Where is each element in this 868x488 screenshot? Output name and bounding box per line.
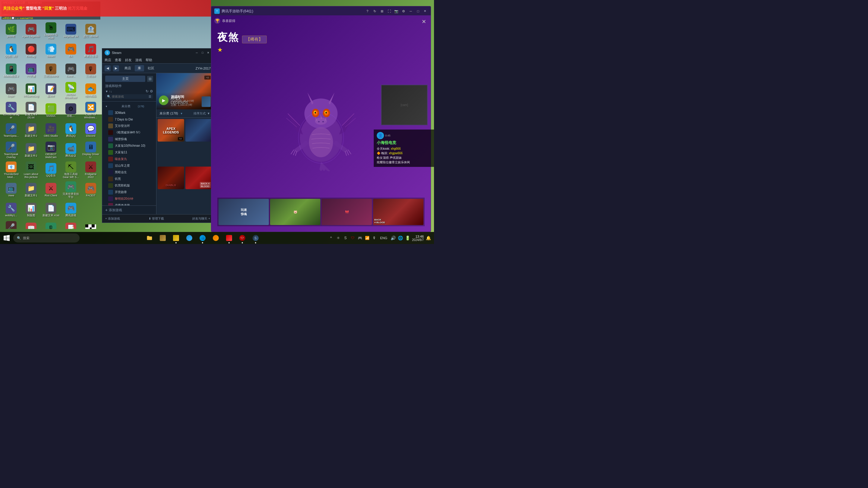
taskbar-browser1[interactable]: [183, 232, 195, 244]
steam-menu-store[interactable]: 商店: [104, 58, 111, 62]
tray-icon-1[interactable]: ⚛: [336, 235, 341, 241]
desktop-icon-newtxt4[interactable]: 📄 新建文本.4.txt: [41, 200, 61, 220]
tencent-apps-button[interactable]: ⊞: [379, 8, 385, 14]
bottom-game-1[interactable]: 玩迷惊魂: [218, 199, 269, 225]
desktop-icon-sanming2[interactable]: 🎙 三明治3: [81, 61, 100, 80]
desktop-icon-discord[interactable]: 💬 Discord: [81, 121, 100, 140]
sidebar-filter-button[interactable]: ☰: [149, 95, 151, 98]
game-item-eldenring[interactable]: 艾尔登法环: [102, 123, 156, 129]
tray-icon-volume[interactable]: 🔊: [390, 235, 396, 241]
steam-menu-games[interactable]: 游戏: [135, 58, 142, 62]
taskbar-start-button[interactable]: [0, 232, 13, 244]
tray-notification-button[interactable]: 🔔: [426, 235, 431, 241]
tray-icon-network[interactable]: 📶: [364, 235, 370, 241]
uncategorized-category[interactable]: ▼ 未分类 (178): [102, 103, 156, 109]
desktop-icon-veee[interactable]: 📺 Veee: [1, 181, 21, 200]
game-item-richman11[interactable]: 大富翁11: [102, 149, 156, 156]
steam-manage-downloads-button[interactable]: ⬇ 管理下载: [149, 217, 164, 221]
desktop-icon-sanmingzhi[interactable]: 🎙 三明治3MHz: [41, 61, 61, 80]
game-item-diablo4[interactable]: 《暗黑破坏神® IV》: [102, 129, 156, 136]
tencent-close-button[interactable]: ✕: [422, 8, 428, 13]
desktop-icon-fish[interactable]: 🐟 t鱼th精品: [81, 81, 100, 100]
tray-icon-battery[interactable]: 🔋: [405, 235, 410, 241]
steam-menu-view[interactable]: 查看: [115, 58, 121, 62]
taskbar-search-bar[interactable]: 🔍 搜索: [13, 233, 80, 242]
steam-add-game-button[interactable]: + 添加游戏: [105, 217, 120, 221]
desktop-icon-contr[interactable]: 🎮 Contr...: [61, 61, 81, 80]
tencent-screenshot-button[interactable]: 📷: [393, 8, 399, 14]
tencent-fullscreen-button[interactable]: ⛶: [386, 8, 392, 14]
tray-expand-button[interactable]: ^: [328, 235, 334, 241]
taskbar-language[interactable]: ENG: [379, 236, 389, 240]
desktop-icon-bank[interactable]: 🏦 进行...BANK: [81, 22, 100, 41]
tencent-maximize-button[interactable]: □: [415, 8, 421, 14]
desktop-icon-pvzhe[interactable]: 🌿 pvzHE: [1, 22, 21, 41]
desktop-icon-txt2[interactable]: 📝 版2txt: [41, 81, 61, 100]
steam-menu-friends[interactable]: 好友: [125, 58, 132, 62]
desktop-icon-exitlag[interactable]: 🔴 ExitLag: [22, 41, 41, 61]
steam-tab-store[interactable]: 商店: [121, 65, 134, 71]
desktop-icon-mumu[interactable]: 📱 MuMu模拟 2: [1, 61, 21, 80]
desktop-icon-obs[interactable]: 🎥 OBS Studio: [41, 121, 61, 140]
bottom-game-back4blood[interactable]: BACK4 BLOOD: [373, 199, 424, 225]
desktop-icon-clash[interactable]: 🔀 Clash for Windows...: [81, 101, 100, 120]
tray-icon-mic[interactable]: 🎙: [372, 235, 377, 241]
desktop-icon-faceit[interactable]: 🎮 FACEIT: [81, 181, 100, 200]
desktop-icon-yy[interactable]: 📺 YY开播: [22, 61, 41, 80]
game-item-openbadge[interactable]: 开营勋章: [102, 189, 156, 195]
taskbar-acrobat[interactable]: [223, 232, 235, 244]
desktop-icon-shureplus[interactable]: 🎤 ShurePlus MOTIV: [1, 220, 21, 229]
desktop-icon-thunderbird[interactable]: 📧 Thunderbird Mod...: [1, 161, 21, 180]
desktop-icon-standby[interactable]: ⚙ 待机...: [61, 101, 81, 120]
taskbar-antivirus[interactable]: 🛡: [236, 232, 248, 244]
tencent-minimize-button[interactable]: ─: [408, 8, 414, 14]
desktop-icon-apex[interactable]: 🎮 Apex Legends: [22, 22, 41, 41]
tencent-help-button[interactable]: ?: [364, 8, 370, 14]
desktop-icon-newtxt9[interactable]: 📄 新建文本x (9).txt: [22, 101, 41, 120]
desktop-icon-riot[interactable]: ⚔ Riot Client: [41, 181, 61, 200]
game-card-diablo[interactable]: DIABLO: [158, 167, 184, 189]
desktop-icon-nvidia-broadcast[interactable]: 📡 NVIDIA Broadcast: [61, 81, 81, 100]
game-card-2[interactable]: [185, 119, 212, 141]
desktop-icon-learn-picture[interactable]: 🖼 Learn about this picture: [22, 161, 41, 180]
sidebar-search-input[interactable]: [112, 95, 147, 98]
desktop-icon-kook[interactable]: 🎙 网易有道翻译: [41, 220, 61, 229]
tray-icon-game[interactable]: 🎮: [357, 235, 363, 241]
desktop-icon-vkgamelog[interactable]: 📊 VKGameLog: [22, 81, 41, 100]
sort-button[interactable]: 排序方式: ▼: [193, 111, 210, 116]
game-card-4[interactable]: BACK 4BLOOD: [185, 167, 212, 189]
desktop-icon-ea[interactable]: 🎮 EA: [61, 41, 81, 61]
desktop-icon-teamspeak[interactable]: 🎤 TeamSpea...: [1, 121, 21, 140]
desktop-icon-wps[interactable]: 📑 WPS Office: [61, 220, 81, 229]
steam-close-button[interactable]: ✕: [206, 50, 211, 55]
desktop-icon-newfile2[interactable]: 📁 新建文件2: [22, 121, 41, 140]
desktop-icon-youdao[interactable]: 📖 网易有道翻译: [22, 220, 41, 229]
steam-tab-community[interactable]: 社区: [145, 65, 157, 71]
bottom-game-2[interactable]: 🐷: [270, 199, 320, 225]
game-item-darkwood[interactable]: 黑暗迫生: [102, 169, 156, 175]
desktop-icon-newfile1[interactable]: 📁 新建文件1: [22, 181, 41, 200]
taskbar-edge[interactable]: [196, 232, 209, 244]
sidebar-settings-button[interactable]: ⚙: [150, 89, 153, 93]
steam-minimize-button[interactable]: ─: [194, 50, 199, 55]
sidebar-refresh-button[interactable]: ↻: [146, 89, 149, 93]
game-item-lovestory[interactable]: 恋爱单选题: [102, 202, 156, 205]
steam-menu-help[interactable]: 帮助: [146, 58, 152, 62]
desktop-icon-endgame[interactable]: ⚔ Endgame 2022: [81, 161, 100, 180]
desktop-icon-tencent-meeting[interactable]: 📹 腾讯会议: [61, 141, 81, 160]
game-item-dontstarvetogether[interactable]: 饥荒联机版: [102, 182, 156, 189]
steam-friend-chat-button[interactable]: 好友与聊天 +: [192, 217, 210, 221]
sidebar-grid-view-button[interactable]: ⊞: [147, 76, 153, 82]
game-item-dontstarve[interactable]: 饥荒: [102, 175, 156, 182]
desktop-icon-v2mod[interactable]: 🔧 v2modmanager: [1, 101, 21, 120]
steam-forward-button[interactable]: ▶: [113, 65, 119, 71]
taskbar-file-explorer[interactable]: [144, 232, 156, 244]
desktop-icon-qqtencent[interactable]: 🐧 腾讯QQ: [61, 121, 81, 140]
game-item-7days[interactable]: 7 Days to Die: [102, 116, 156, 123]
taskbar-file-manager[interactable]: [170, 232, 182, 244]
tencent-refresh-button[interactable]: ↻: [372, 8, 378, 14]
steam-tab-library[interactable]: 库: [135, 65, 144, 71]
taskbar-clock[interactable]: 13:46 2024/8/7: [412, 235, 424, 241]
library-home-button[interactable]: 主页: [105, 76, 145, 82]
game-item-richman10[interactable]: 大富翁10(Richman 10): [102, 142, 156, 149]
